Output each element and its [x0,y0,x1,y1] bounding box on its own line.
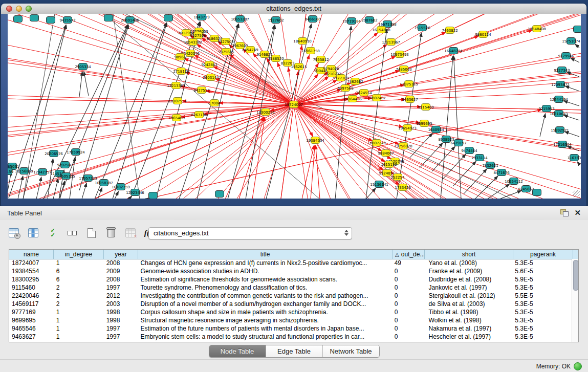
network-node[interactable]: 15751074 [562,38,580,45]
network-node[interactable]: 18300295 [256,109,275,116]
scrollbar-thumb[interactable] [573,260,578,291]
svg-text:20691406: 20691406 [121,18,139,23]
network-node[interactable]: 9397587 [57,162,73,168]
network-node[interactable]: 2933114 [471,155,488,161]
tab-network-table[interactable]: Network Table [323,345,379,357]
close-panel-icon[interactable]: ✕ [574,208,581,217]
table-row[interactable]: 1456911722003Disruption of a novel membe… [9,300,572,308]
network-node[interactable]: 16648794 [444,48,463,54]
network-node[interactable]: 8466160 [304,16,320,23]
network-node[interactable]: 20364436 [343,96,362,102]
network-node[interactable] [164,15,173,21]
table-row[interactable]: 2242004622012Investigating the contribut… [9,292,572,300]
network-node[interactable]: 20691406 [121,17,139,24]
network-node[interactable] [215,191,224,198]
network-node[interactable]: 18640910 [293,38,312,45]
network-node[interactable]: 10807487 [367,95,386,101]
table-row[interactable]: 1872400712008Changes of HCN gene express… [9,259,572,267]
column-header-short[interactable]: short [425,250,513,259]
network-node[interactable]: 6497568 [337,85,353,92]
network-canvas[interactable]: 9435572206914061843719106532871527602846… [8,14,581,199]
table-source-dropdown[interactable]: citations_edges.txt [148,227,352,239]
canvas-resize-grip[interactable] [573,190,580,198]
network-window-titlebar[interactable]: citations_edges.txt [1,4,586,14]
svg-text:9474444: 9474444 [461,149,477,153]
network-node[interactable]: 9129946 [558,53,574,59]
table-settings-icon[interactable] [7,226,20,239]
network-node[interactable]: 98961 [175,54,186,60]
network-node[interactable]: 1640954 [428,126,444,133]
column-header-title[interactable]: title [138,250,393,259]
network-node[interactable]: 116753 [568,155,581,161]
network-node[interactable]: 7832621 [482,162,498,169]
network-node[interactable]: 10973493 [390,51,409,58]
float-panel-icon[interactable] [560,209,569,216]
network-node[interactable]: 8427552 [193,87,209,94]
table-panel-title: Table Panel [7,209,42,217]
column-header-name[interactable]: name [9,250,54,259]
network-node[interactable] [104,15,113,21]
network-node[interactable]: 3624554 [356,90,372,96]
tab-edge-table[interactable]: Edge Table [266,345,323,357]
network-node[interactable]: 17004 [209,100,221,106]
select-rows-checks-icon[interactable]: ✓✓ [46,226,59,239]
network-node[interactable]: 9215953 [538,105,554,112]
table-row[interactable]: 946362711997Embryonic stem cells: a mode… [9,333,572,341]
network-node[interactable]: 7955812 [313,56,329,63]
network-node[interactable]: 19384554 [306,137,324,144]
network-node[interactable]: 19654923 [398,125,417,132]
svg-text:10654112: 10654112 [505,180,523,184]
network-node[interactable] [533,189,541,196]
column-header-in_degree[interactable]: in_degree [54,250,104,259]
table-row[interactable]: 969969511998Structural magnetic resonanc… [9,316,572,324]
table-row[interactable]: 1830029562008Estimation of significance … [9,275,572,283]
svg-text:9115460: 9115460 [418,105,433,110]
select-column-icon[interactable] [27,226,40,239]
network-node[interactable]: 1843719 [193,14,209,20]
network-node[interactable] [574,26,581,33]
delete-table-icon[interactable] [104,226,118,239]
network-node[interactable] [30,15,39,21]
table-row[interactable]: 1938455462009Genome-wide association stu… [9,267,572,275]
network-node[interactable]: 15136141 [370,181,388,188]
network-node[interactable] [47,17,55,24]
network-node[interactable]: 12213967 [382,39,400,46]
network-node[interactable]: 11548408 [528,26,546,32]
network-node[interactable] [14,16,23,23]
network-node[interactable]: 9463627 [402,96,418,103]
network-node[interactable]: 2087682 [361,17,377,24]
column-header-year[interactable]: year [104,250,138,259]
network-node[interactable]: 10107554 [168,98,187,104]
network-node[interactable]: 1965408 [168,115,184,121]
column-header-out_de[interactable]: △out_de... [393,250,425,259]
dropdown-stepper-icon[interactable] [342,229,350,237]
network-node[interactable]: 8471676 [493,169,510,176]
network-node[interactable]: 20206576 [45,150,63,157]
vertical-scrollbar[interactable] [572,259,578,342]
column-header-pagerank[interactable]: pagerank [513,250,573,259]
network-node[interactable]: 9435572 [59,17,75,24]
network-node[interactable]: 10958187 [95,180,113,186]
network-node[interactable]: 9474444 [461,147,477,154]
network-node[interactable]: 12942757 [33,169,52,176]
new-table-icon[interactable] [85,226,98,239]
network-node[interactable]: 9115460 [418,104,433,111]
tab-node-table[interactable]: Node Table [209,345,266,357]
network-node[interactable]: 17359924 [67,149,85,156]
network-node[interactable]: 2905334 [75,63,91,70]
network-node[interactable]: 2603144 [203,74,219,81]
table-row[interactable]: 911546021997Tourette syndrome. Phenomeno… [9,283,572,292]
table-row[interactable]: 977716911998Corpus callosum shape and si… [9,308,572,316]
network-node[interactable]: 16961758 [301,48,320,54]
table-cell: 2 [54,300,104,308]
cytoscape-app: citations_edges.txt 94355722069140618437… [0,0,588,372]
row-boxes-icon[interactable] [66,226,79,239]
network-node[interactable]: 10654112 [505,178,523,185]
network-node[interactable]: 2718126 [173,68,189,75]
network-node[interactable]: 10653287 [231,16,249,23]
network-node[interactable] [149,192,158,199]
network-node[interactable]: 12213363 [167,82,185,89]
table-row[interactable]: 946554611997Estimation of the future num… [9,324,572,333]
citation-network-graph[interactable]: 9435572206914061843719106532871527602846… [8,14,581,199]
table-cell: 5.3E-5 [512,316,572,324]
